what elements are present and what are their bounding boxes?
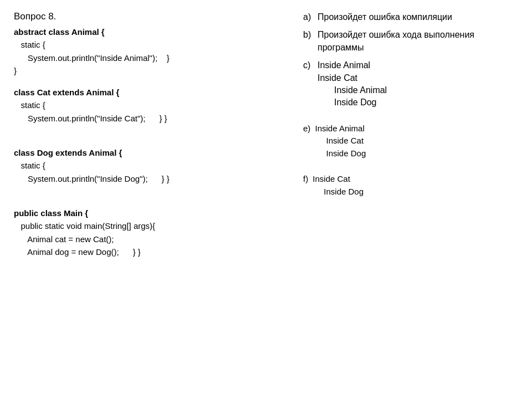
code-line: class Dog extends Animal { (14, 146, 284, 159)
code-line: Animal dog = new Dog(); } } (14, 245, 284, 258)
answer-e-label: e) (303, 122, 313, 160)
code-line: Animal cat = new Cat(); (14, 233, 284, 245)
code-line: public static void main(String[] args){ (14, 219, 284, 232)
code-line: public class Main { (14, 207, 284, 219)
code-line: System.out.println("Inside Cat"); } } (14, 112, 284, 125)
answer-c-output: Inside Animal Inside Cat Inside Animal I… (318, 59, 515, 109)
left-panel: Вопрос 8. abstract class Animal { static… (6, 6, 292, 393)
answer-c-label: c) (303, 59, 318, 109)
answer-c: c) Inside Animal Inside Cat Inside Anima… (303, 59, 515, 109)
code-line: abstract class Animal { (14, 25, 284, 38)
code-section-animal: abstract class Animal { static { System.… (14, 25, 284, 77)
code-line: static { (14, 38, 284, 51)
code-section-dog: class Dog extends Animal { static { Syst… (14, 146, 284, 198)
right-panel: a) Произойдет ошибка компиляции b) Произ… (292, 6, 526, 393)
answer-e: e) Inside Animal Inside Cat Inside Dog (303, 122, 515, 160)
answer-f-label: f) (303, 173, 310, 198)
answer-e-text: Inside Animal Inside Cat Inside Dog (315, 122, 366, 160)
answer-b-label: b) (303, 29, 318, 54)
answer-e-line2: Inside Cat (315, 136, 364, 145)
code-line: class Cat extends Animal { (14, 86, 284, 99)
question-title: Вопрос 8. (14, 11, 284, 22)
answer-f: f) Inside Cat Inside Dog (303, 173, 515, 198)
answer-a-label: a) (303, 11, 318, 23)
code-line: static { (14, 99, 284, 111)
answer-f-line2: Inside Dog (313, 187, 364, 196)
answer-a-text: Произойдет ошибка компиляции (318, 11, 515, 23)
code-line (14, 185, 284, 198)
code-line: } (14, 64, 284, 77)
answer-b-text: Произойдет ошибка хода выполнения програ… (318, 29, 515, 54)
answer-c-line4: Inside Dog (318, 98, 377, 107)
code-line: System.out.println("Inside Animal"); } (14, 52, 284, 64)
code-line: System.out.println("Inside Dog"); } } (14, 172, 284, 185)
answer-c-header: c) Inside Animal Inside Cat Inside Anima… (303, 59, 515, 109)
answer-b: b) Произойдет ошибка хода выполнения про… (303, 29, 515, 54)
code-block: abstract class Animal { static { System.… (14, 25, 284, 258)
answer-a: a) Произойдет ошибка компиляции (303, 11, 515, 23)
code-section-cat: class Cat extends Animal { static { Syst… (14, 86, 284, 137)
answer-e-line3: Inside Dog (315, 149, 366, 158)
answer-f-text: Inside Cat Inside Dog (313, 173, 364, 198)
code-line (14, 125, 284, 137)
answer-c-line3: Inside Animal (318, 85, 387, 95)
code-section-main: public class Main { public static void m… (14, 207, 284, 258)
code-line: static { (14, 159, 284, 172)
